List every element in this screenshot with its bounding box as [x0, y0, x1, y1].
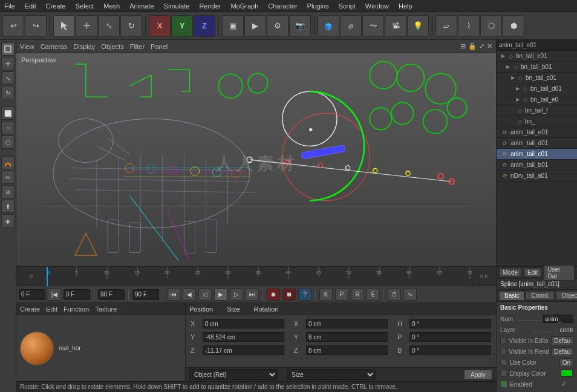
nurbs-button[interactable]: ⌀: [340, 15, 362, 37]
material-preview-sphere[interactable]: [20, 332, 54, 365]
hier-item-bn-tail-d01[interactable]: ▶ ◇ bn_tail_d01: [497, 83, 577, 94]
hier-item-anim-b01[interactable]: ⟳ anim_tail_b01: [497, 160, 577, 171]
help-button[interactable]: ?: [298, 289, 311, 301]
apply-button[interactable]: Apply: [464, 370, 492, 380]
viewport-objects-menu[interactable]: Objects: [101, 43, 123, 50]
mode-userdat-button[interactable]: User Dat: [544, 265, 575, 281]
rot-h-input[interactable]: [409, 319, 491, 328]
vis-renderer-dropdown[interactable]: Defau: [551, 347, 573, 356]
coord-z-input[interactable]: [203, 345, 284, 355]
mode-edit-button[interactable]: Edit: [524, 268, 541, 277]
axis-z-button[interactable]: Z: [194, 15, 215, 37]
timeline-button[interactable]: ⏱: [388, 289, 401, 301]
menu-edit[interactable]: Edit: [23, 2, 38, 10]
go-to-start-button[interactable]: ⏮: [167, 289, 180, 301]
viewport-panel-menu[interactable]: Panel: [151, 43, 168, 50]
prev-frame-button[interactable]: ◀: [183, 289, 196, 301]
record-button[interactable]: ⏺: [267, 289, 280, 301]
mat-edit-menu[interactable]: Edit: [46, 305, 57, 313]
play-button[interactable]: ▶: [214, 289, 227, 301]
hier-item-anim-e01[interactable]: ⟳ anim_tail_e01: [497, 127, 577, 138]
fps-input[interactable]: [132, 289, 159, 300]
bridge-button[interactable]: ≋: [1, 185, 15, 198]
hier-item-bn-tail-e0[interactable]: ▶ ◇ bn_tail_e0: [497, 94, 577, 105]
mat-texture-menu[interactable]: Texture: [95, 305, 117, 313]
menu-render[interactable]: Render: [197, 2, 223, 10]
cube-button[interactable]: [318, 15, 339, 37]
play-backward-button[interactable]: ◁: [198, 289, 212, 301]
viewport-filter-menu[interactable]: Filter: [130, 43, 145, 50]
enabled-checkbox[interactable]: [500, 381, 507, 388]
key-pos-button[interactable]: P: [335, 289, 348, 301]
hier-item-anim-c01[interactable]: ⟳ anim_tail_c01: [497, 149, 577, 160]
undo-button[interactable]: ↩: [2, 15, 24, 37]
camera-button[interactable]: 📽: [385, 15, 406, 37]
redo-button[interactable]: ↪: [25, 15, 47, 37]
move-tool-button[interactable]: ✛: [1, 57, 15, 70]
spline-button[interactable]: ⌇: [458, 15, 480, 37]
use-color-dropdown[interactable]: On: [559, 358, 573, 367]
menu-create[interactable]: Create: [44, 2, 68, 10]
render-region-button[interactable]: ▣: [222, 15, 244, 37]
end-frame-input[interactable]: [98, 289, 125, 300]
object-mode-button[interactable]: [1, 42, 15, 56]
hier-item-anim-d01[interactable]: ⟳ anim_tail_d01: [497, 138, 577, 149]
next-frame-button[interactable]: ▷: [230, 289, 243, 301]
scale-tool-button[interactable]: ⤡: [1, 71, 15, 85]
timeline-ruler[interactable]: 0 5 10 15 20 25 30 35 40: [47, 267, 472, 286]
rotate-button[interactable]: ↻: [120, 15, 142, 37]
go-to-end-button[interactable]: ⏭: [246, 289, 259, 301]
viewport-maximize-icon[interactable]: ⤢: [479, 42, 484, 50]
key-all-button[interactable]: K: [319, 289, 333, 301]
rotate-tool-button[interactable]: ↻: [1, 86, 15, 99]
mat-create-menu[interactable]: Create: [20, 305, 40, 313]
select-box-button[interactable]: ⬜: [1, 106, 15, 120]
coord-x-input[interactable]: [203, 319, 284, 328]
size-y-input[interactable]: [306, 332, 388, 342]
hier-item-ndrv-a01[interactable]: ⟳ nDrv_tail_a01: [497, 171, 577, 181]
size-x-input[interactable]: [306, 319, 388, 328]
rot-b-input[interactable]: [409, 345, 491, 355]
light-button[interactable]: 💡: [407, 15, 429, 37]
deformer-button[interactable]: 〜: [362, 15, 384, 37]
hier-item-bn[interactable]: ◇ bn_: [497, 116, 577, 127]
axis-x-button[interactable]: X: [149, 15, 171, 37]
key-rot-button[interactable]: R: [351, 289, 364, 301]
tab-basic[interactable]: Basic: [499, 291, 524, 300]
rot-p-input[interactable]: [409, 332, 491, 342]
fcurve-button[interactable]: ∿: [403, 289, 417, 301]
bevel-button[interactable]: ◈: [1, 214, 15, 227]
viewport[interactable]: Perspective: [16, 53, 496, 266]
menu-help[interactable]: Help: [397, 2, 414, 10]
menu-select[interactable]: Select: [74, 2, 96, 10]
lasso-button[interactable]: ○: [1, 121, 15, 134]
menu-file[interactable]: File: [2, 2, 17, 10]
coord-y-input[interactable]: [203, 332, 284, 342]
menu-plugins[interactable]: Plugins: [305, 2, 331, 10]
hier-item-bn-tail-e01[interactable]: ▶ ◇ bn_tail_e01: [497, 51, 577, 62]
viewport-move-icon[interactable]: ⊞: [460, 42, 466, 50]
menu-window[interactable]: Window: [363, 2, 391, 10]
hier-item-bn-tail-b01[interactable]: ▶ ◇ bn_tail_b01: [497, 62, 577, 73]
frame-offset-input[interactable]: [64, 289, 90, 300]
floor-button[interactable]: ▱: [435, 15, 457, 37]
poly-button[interactable]: ⬡: [480, 15, 502, 37]
menu-simulate[interactable]: Simulate: [162, 2, 192, 10]
mode-mode-button[interactable]: Mode: [499, 268, 521, 277]
vis-renderer-checkbox[interactable]: [500, 348, 506, 355]
prev-marker-button[interactable]: |◀: [48, 289, 61, 301]
render-settings-button[interactable]: ⚙: [267, 15, 288, 37]
menu-character[interactable]: Character: [266, 2, 299, 10]
coord-size-dropdown[interactable]: Size: [287, 369, 375, 380]
viewport-display-menu[interactable]: Display: [73, 43, 95, 50]
coord-space-dropdown[interactable]: Object (Rel): [189, 369, 278, 380]
menu-script[interactable]: Script: [337, 2, 357, 10]
display-color-swatch[interactable]: [561, 370, 573, 377]
current-frame-input[interactable]: [19, 289, 45, 300]
hier-item-bn-tail-c01[interactable]: ▶ ◇ bn_tail_c01: [497, 73, 577, 83]
viewport-lock-icon[interactable]: 🔒: [468, 42, 477, 50]
prop-name-input[interactable]: [543, 315, 573, 323]
tab-object[interactable]: Object: [556, 291, 577, 300]
use-color-checkbox[interactable]: [500, 359, 507, 366]
live-select-button[interactable]: [53, 15, 75, 37]
